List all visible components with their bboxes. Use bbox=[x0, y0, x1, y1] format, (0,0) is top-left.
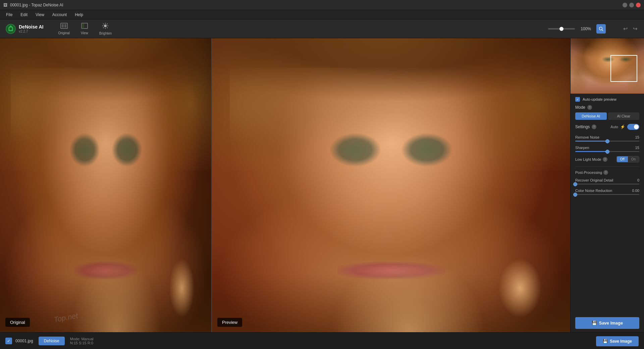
redo-button[interactable]: ↪ bbox=[632, 24, 639, 33]
color-noise-thumb[interactable] bbox=[573, 193, 577, 197]
original-image bbox=[0, 38, 211, 332]
panel-divider[interactable] bbox=[211, 38, 212, 332]
svg-point-8 bbox=[104, 24, 107, 27]
auto-update-label: Auto-update preview bbox=[583, 97, 616, 101]
menu-account[interactable]: Account bbox=[49, 12, 70, 18]
low-light-on-btn[interactable]: On bbox=[628, 156, 639, 162]
save-label: Save Image bbox=[610, 339, 632, 344]
ai-clear-mode-btn[interactable]: AI Clear bbox=[608, 112, 640, 120]
zoom-slider-thumb[interactable] bbox=[559, 27, 564, 31]
file-check-icon: ✓ bbox=[5, 338, 12, 344]
window-controls[interactable]: ─ □ × bbox=[623, 3, 641, 7]
mode-text: Mode bbox=[575, 105, 585, 110]
sharpen-thumb[interactable] bbox=[605, 150, 609, 154]
svg-line-15 bbox=[107, 23, 108, 24]
zoom-value: 100% bbox=[578, 27, 591, 31]
brighten-icon bbox=[102, 22, 109, 31]
low-light-row: Low Light Mode ? Off On bbox=[575, 156, 639, 162]
sharpen-slider[interactable] bbox=[575, 151, 639, 152]
save-icon: 💾 bbox=[603, 339, 608, 344]
low-light-toggle[interactable]: Off On bbox=[616, 156, 640, 162]
file-info: ✓ 00001.jpg bbox=[5, 338, 33, 344]
undo-button[interactable]: ↩ bbox=[622, 24, 629, 33]
svg-rect-4 bbox=[62, 24, 64, 28]
title-bar-title: 🖼 00001.jpg - Topaz DeNoise AI bbox=[3, 3, 63, 7]
original-panel-label: Original bbox=[5, 318, 30, 327]
file-name: 00001.jpg bbox=[15, 339, 33, 343]
sharpen-value: 15 bbox=[630, 146, 639, 150]
recover-slider[interactable] bbox=[575, 184, 639, 185]
remove-noise-fill bbox=[575, 141, 607, 142]
recover-thumb[interactable] bbox=[573, 182, 577, 186]
maximize-button[interactable]: □ bbox=[629, 3, 634, 7]
remove-noise-thumb[interactable] bbox=[605, 139, 609, 143]
preview-image bbox=[212, 38, 570, 332]
section-divider bbox=[575, 166, 639, 167]
sharpen-fill bbox=[575, 151, 607, 152]
remove-noise-slider[interactable] bbox=[575, 141, 639, 142]
settings-label-row: Settings ? bbox=[575, 124, 596, 129]
svg-line-14 bbox=[107, 27, 108, 28]
minimize-button[interactable]: ─ bbox=[623, 3, 627, 7]
low-light-text: Low Light Mode bbox=[575, 157, 601, 161]
thumbnail-image bbox=[571, 38, 644, 94]
color-noise-slider[interactable] bbox=[575, 194, 639, 195]
color-noise-label-row: Color Noise Reduction 0.00 bbox=[575, 189, 639, 193]
original-label: Original bbox=[58, 31, 69, 35]
menu-bar: File Edit View Account Help bbox=[0, 10, 644, 19]
post-proc-text: Post-Processing bbox=[575, 170, 602, 174]
close-button[interactable]: × bbox=[636, 3, 641, 7]
right-save-label: Save Image bbox=[599, 320, 623, 326]
recover-value: 0 bbox=[630, 178, 639, 182]
svg-line-18 bbox=[602, 30, 603, 31]
app-version: v2.2.7 bbox=[19, 30, 43, 33]
remove-noise-label: Remove Noise bbox=[575, 135, 599, 139]
brighten-button[interactable]: Brighten bbox=[97, 21, 114, 37]
mode-info: Mode: Manual N:15 S:15 R:0 bbox=[70, 337, 94, 345]
low-light-help-icon[interactable]: ? bbox=[603, 157, 607, 162]
color-noise-row: Color Noise Reduction 0.00 bbox=[575, 189, 639, 195]
title-text: 00001.jpg - Topaz DeNoise AI bbox=[10, 3, 63, 7]
right-panel: ✓ Auto-update preview Mode ? DeNoise AI … bbox=[570, 38, 644, 332]
main-layout: Original Preview bbox=[0, 38, 644, 332]
recover-label: Recover Original Detail bbox=[575, 178, 613, 182]
auto-toggle-switch[interactable] bbox=[627, 124, 639, 130]
original-view-button[interactable]: Original bbox=[55, 21, 72, 36]
right-save-icon: 💾 bbox=[592, 320, 597, 326]
zoom-area: 100% bbox=[548, 27, 591, 31]
app-name-area: DeNoise AI v2.2.7 bbox=[19, 24, 43, 34]
preview-panel-label: Preview bbox=[217, 318, 242, 327]
canvas-area: Original Preview bbox=[0, 38, 570, 332]
remove-noise-row: Remove Noise 15 bbox=[575, 135, 639, 142]
menu-view[interactable]: View bbox=[32, 12, 48, 18]
right-save-button[interactable]: 💾 Save Image bbox=[575, 317, 639, 329]
original-icon bbox=[60, 23, 68, 31]
auto-update-checkbox[interactable]: ✓ bbox=[575, 97, 580, 102]
detail-text: N:15 S:15 R:0 bbox=[70, 341, 94, 345]
remove-noise-value: 15 bbox=[630, 135, 639, 139]
app-icon: 🖼 bbox=[3, 3, 7, 7]
post-proc-help-icon[interactable]: ? bbox=[603, 170, 608, 175]
denoise-button[interactable]: DeNoise bbox=[39, 337, 65, 345]
app-logo-icon bbox=[5, 23, 16, 34]
menu-edit[interactable]: Edit bbox=[17, 12, 31, 18]
bottom-bar: ✓ 00001.jpg DeNoise Mode: Manual N:15 S:… bbox=[0, 332, 644, 349]
view-label: View bbox=[81, 31, 88, 35]
mode-help-icon[interactable]: ? bbox=[587, 105, 592, 110]
settings-help-icon[interactable]: ? bbox=[592, 124, 596, 129]
title-bar: 🖼 00001.jpg - Topaz DeNoise AI ─ □ × bbox=[0, 0, 644, 10]
menu-help[interactable]: Help bbox=[71, 12, 87, 18]
mode-text: Mode: Manual bbox=[70, 337, 94, 341]
save-button[interactable]: 💾 Save Image bbox=[596, 336, 639, 346]
low-light-off-btn[interactable]: Off bbox=[617, 156, 628, 162]
menu-file[interactable]: File bbox=[3, 12, 16, 18]
recover-detail-row: Recover Original Detail 0 bbox=[575, 178, 639, 185]
magnify-button[interactable] bbox=[596, 24, 606, 34]
view-button[interactable]: View bbox=[78, 21, 91, 36]
denoise-ai-mode-btn[interactable]: DeNoise AI bbox=[575, 112, 607, 120]
zoom-slider[interactable] bbox=[548, 28, 575, 30]
svg-line-13 bbox=[103, 23, 104, 24]
svg-point-2 bbox=[9, 28, 12, 30]
settings-header: Settings ? Auto ⚡ bbox=[575, 124, 639, 130]
sharpen-row: Sharpen 15 bbox=[575, 146, 639, 152]
